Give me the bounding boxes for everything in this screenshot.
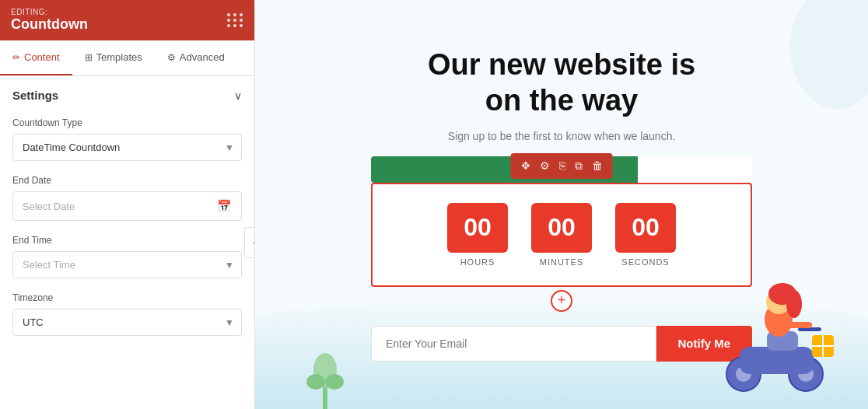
end-date-placeholder: Select Date xyxy=(23,201,75,212)
email-row: Notify Me xyxy=(371,326,752,362)
panel-header: EDITING: Countdown xyxy=(0,0,254,40)
toolbar-settings-btn[interactable]: ⚙ xyxy=(536,157,554,174)
calendar-icon: 📅 xyxy=(217,199,232,213)
main-title-line2: on the way xyxy=(485,84,638,117)
main-title-line1: Our new website is xyxy=(428,48,695,81)
add-element-btn[interactable]: + xyxy=(551,290,572,312)
tab-content[interactable]: ✏ Content xyxy=(0,40,72,75)
hours-box: 00 xyxy=(447,203,508,253)
countdown-toolbar: ✥ ⚙ ⎘ ⧉ 🗑 xyxy=(511,153,613,179)
widget-name: Countdown xyxy=(11,16,88,33)
countdown-type-wrapper: DateTime Countdown Evergreen Countdown ▼ xyxy=(12,134,242,161)
settings-header: Settings ∨ xyxy=(12,89,242,102)
main-area: Our new website is on the way Sign up to… xyxy=(255,0,868,409)
subtitle: Sign up to be the first to know when we … xyxy=(448,130,676,142)
templates-tab-icon: ⊞ xyxy=(85,52,93,63)
countdown-type-group: Countdown Type DateTime Countdown Evergr… xyxy=(12,117,242,161)
minutes-unit: 00 MINUTES xyxy=(531,203,592,267)
settings-chevron-icon[interactable]: ∨ xyxy=(234,89,242,102)
end-time-group: End Time Select Time ▼ xyxy=(12,235,242,278)
end-time-label: End Time xyxy=(12,235,242,246)
svg-rect-11 xyxy=(789,322,812,328)
panel-header-left: EDITING: Countdown xyxy=(11,8,88,33)
main-title: Our new website is on the way xyxy=(428,47,695,118)
countdown-box: 00 HOURS 00 MINUTES 00 SECONDS xyxy=(371,183,752,287)
email-input[interactable] xyxy=(371,326,656,362)
tab-templates[interactable]: ⊞ Templates xyxy=(72,40,155,75)
countdown-wrapper: ✥ ⚙ ⎘ ⧉ 🗑 00 HOURS 00 MINUTES 00 SECONDS xyxy=(371,183,752,312)
minutes-label: MINUTES xyxy=(540,257,584,267)
end-date-field[interactable]: Select Date 📅 xyxy=(12,191,242,221)
svg-rect-4 xyxy=(740,347,814,374)
timezone-wrapper: UTC EST PST GMT ▼ xyxy=(12,309,242,336)
timezone-label: Timezone xyxy=(12,292,242,303)
hours-unit: 00 HOURS xyxy=(447,203,508,267)
settings-content: Settings ∨ Countdown Type DateTime Count… xyxy=(0,76,254,409)
collapse-handle[interactable]: ‹ xyxy=(244,227,254,258)
end-date-group: End Date Select Date 📅 xyxy=(12,175,242,221)
minutes-box: 00 xyxy=(531,203,592,253)
toolbar-delete-btn[interactable]: 🗑 xyxy=(588,157,607,174)
grid-icon[interactable] xyxy=(227,13,243,27)
end-time-select[interactable]: Select Time xyxy=(12,251,242,278)
end-date-label: End Date xyxy=(12,175,242,186)
seconds-box: 00 xyxy=(615,203,676,253)
toolbar-move-btn[interactable]: ✥ xyxy=(517,157,534,174)
tabs-bar: ✏ Content ⊞ Templates ⚙ Advanced xyxy=(0,40,254,76)
countdown-type-label: Countdown Type xyxy=(12,117,242,128)
tab-content-label: Content xyxy=(24,51,60,63)
settings-title: Settings xyxy=(12,89,58,102)
timezone-select[interactable]: UTC EST PST GMT xyxy=(12,309,242,336)
toolbar-save-btn[interactable]: ⎘ xyxy=(555,157,569,174)
hours-label: HOURS xyxy=(460,257,495,267)
editing-label: EDITING: xyxy=(11,8,88,16)
tab-templates-label: Templates xyxy=(96,51,142,63)
toolbar-copy-btn[interactable]: ⧉ xyxy=(571,157,586,175)
tab-advanced-label: Advanced xyxy=(180,51,225,63)
tab-advanced[interactable]: ⚙ Advanced xyxy=(155,40,237,75)
timezone-group: Timezone UTC EST PST GMT ▼ xyxy=(12,292,242,336)
content-tab-icon: ✏ xyxy=(12,52,20,63)
end-time-wrapper: Select Time ▼ xyxy=(12,251,242,278)
seconds-unit: 00 SECONDS xyxy=(615,203,676,267)
seconds-label: SECONDS xyxy=(621,257,669,267)
countdown-type-select[interactable]: DateTime Countdown Evergreen Countdown xyxy=(12,134,242,161)
advanced-tab-icon: ⚙ xyxy=(167,52,176,63)
svg-point-10 xyxy=(786,290,802,318)
scooter-illustration xyxy=(697,261,852,401)
add-section: + xyxy=(371,287,752,312)
left-panel: EDITING: Countdown ✏ Content ⊞ Templates… xyxy=(0,0,255,409)
